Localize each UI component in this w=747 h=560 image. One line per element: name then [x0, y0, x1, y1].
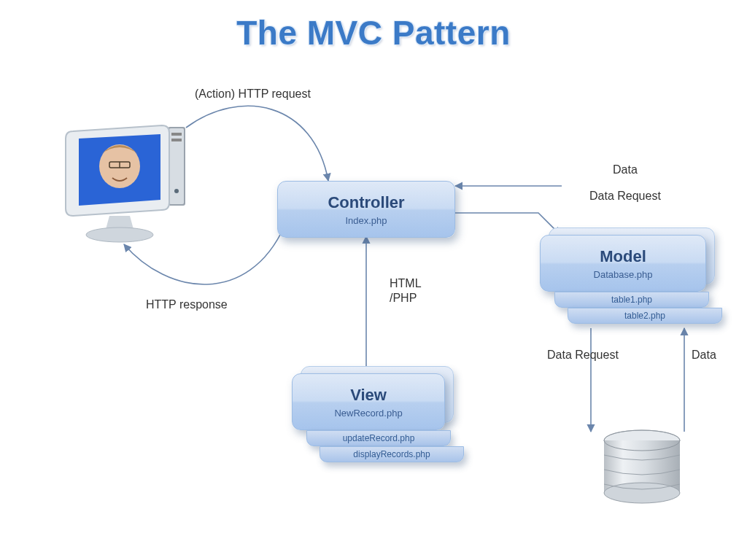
controller-file: Index.php [345, 215, 387, 226]
svg-rect-3 [171, 139, 182, 141]
model-file-1: table1.php [554, 292, 709, 308]
view-file-2: displayRecords.php [320, 446, 464, 462]
label-http-response: HTTP response [146, 298, 228, 311]
client-computer-icon [58, 118, 197, 257]
view-file-0: NewRecord.php [334, 408, 402, 419]
label-data-request-top: Data Request [589, 190, 661, 203]
label-html-php-1: HTML [390, 277, 422, 290]
controller-node: Controller Index.php [277, 181, 455, 238]
svg-point-12 [604, 483, 680, 503]
label-data-top: Data [613, 163, 638, 176]
view-file-1: updateRecord.php [306, 430, 451, 446]
model-file-2: table2.php [568, 308, 722, 324]
view-node: View NewRecord.php [292, 373, 445, 430]
controller-title: Controller [328, 193, 404, 212]
label-data-bottom: Data [692, 349, 716, 362]
view-title: View [350, 386, 387, 405]
model-node: Model Database.php [540, 235, 706, 292]
model-file-0: Database.php [594, 269, 653, 280]
model-title: Model [600, 247, 646, 266]
label-data-request-bottom: Data Request [547, 349, 619, 362]
label-html-php-2: /PHP [390, 292, 417, 305]
label-http-request: (Action) HTTP request [195, 88, 311, 101]
svg-point-4 [174, 189, 179, 193]
svg-rect-2 [171, 133, 182, 136]
database-icon [598, 429, 686, 509]
page-title: The MVC Pattern [0, 13, 747, 52]
